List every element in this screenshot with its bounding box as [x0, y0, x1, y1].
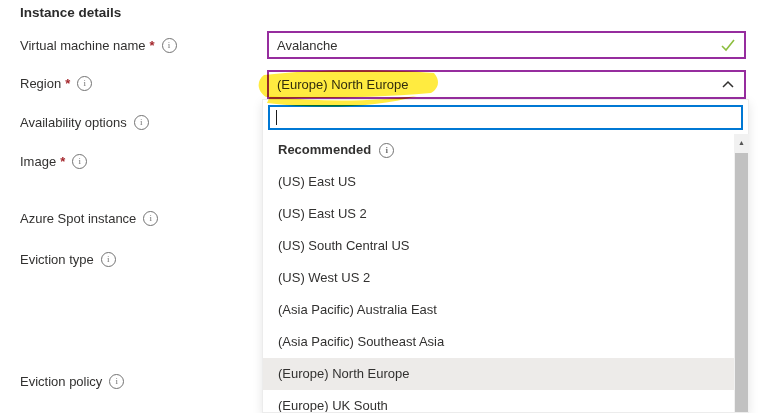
region-dropdown[interactable]: (Europe) North Europe: [267, 70, 746, 99]
region-options-list: Recommended i (US) East US (US) East US …: [263, 134, 748, 412]
vm-name-input[interactable]: Avalanche: [267, 31, 746, 59]
region-option[interactable]: (Asia Pacific) Australia East: [263, 294, 734, 326]
region-option[interactable]: (US) South Central US: [263, 230, 734, 262]
field-label-eviction-type: Eviction type i: [20, 252, 116, 267]
info-icon[interactable]: i: [143, 211, 158, 226]
required-asterisk: *: [150, 38, 155, 53]
dropdown-search-input[interactable]: [270, 107, 741, 128]
info-icon[interactable]: i: [77, 76, 92, 91]
info-icon[interactable]: i: [134, 115, 149, 130]
field-label-virtual-machine-name: Virtual machine name * i: [20, 38, 177, 53]
label-text: Availability options: [20, 115, 127, 130]
label-text: Eviction policy: [20, 374, 102, 389]
info-icon[interactable]: i: [162, 38, 177, 53]
region-option-selected[interactable]: (Europe) North Europe: [263, 358, 734, 390]
chevron-up-icon[interactable]: [720, 77, 736, 93]
vm-name-value: Avalanche: [277, 38, 720, 53]
field-label-azure-spot-instance: Azure Spot instance i: [20, 211, 158, 226]
region-dropdown-flyout: Recommended i (US) East US (US) East US …: [262, 99, 749, 413]
region-option[interactable]: (Europe) UK South: [263, 390, 734, 412]
field-label-image: Image * i: [20, 154, 87, 169]
group-header-text: Recommended: [278, 134, 371, 166]
dropdown-group-header: Recommended i: [263, 134, 734, 166]
region-option[interactable]: (US) East US: [263, 166, 734, 198]
field-label-region: Region * i: [20, 76, 92, 91]
region-option[interactable]: (US) East US 2: [263, 198, 734, 230]
scrollbar-up-button[interactable]: ▲: [734, 134, 749, 152]
info-icon[interactable]: i: [379, 143, 394, 158]
field-label-availability-options: Availability options i: [20, 115, 149, 130]
region-option[interactable]: (US) West US 2: [263, 262, 734, 294]
required-asterisk: *: [65, 76, 70, 91]
label-text: Region: [20, 76, 61, 91]
scrollbar[interactable]: ▲: [734, 134, 749, 412]
info-icon[interactable]: i: [72, 154, 87, 169]
text-caret: [276, 110, 277, 125]
dropdown-search-box[interactable]: [268, 105, 743, 130]
scrollbar-thumb[interactable]: [735, 153, 748, 412]
region-option[interactable]: (Asia Pacific) Southeast Asia: [263, 326, 734, 358]
validation-check-icon: [720, 37, 736, 53]
label-text: Eviction type: [20, 252, 94, 267]
section-heading: Instance details: [20, 5, 121, 20]
required-asterisk: *: [60, 154, 65, 169]
info-icon[interactable]: i: [101, 252, 116, 267]
region-selected-value: (Europe) North Europe: [277, 77, 720, 92]
label-text: Virtual machine name: [20, 38, 146, 53]
label-text: Image: [20, 154, 56, 169]
label-text: Azure Spot instance: [20, 211, 136, 226]
info-icon[interactable]: i: [109, 374, 124, 389]
field-label-eviction-policy: Eviction policy i: [20, 374, 124, 389]
